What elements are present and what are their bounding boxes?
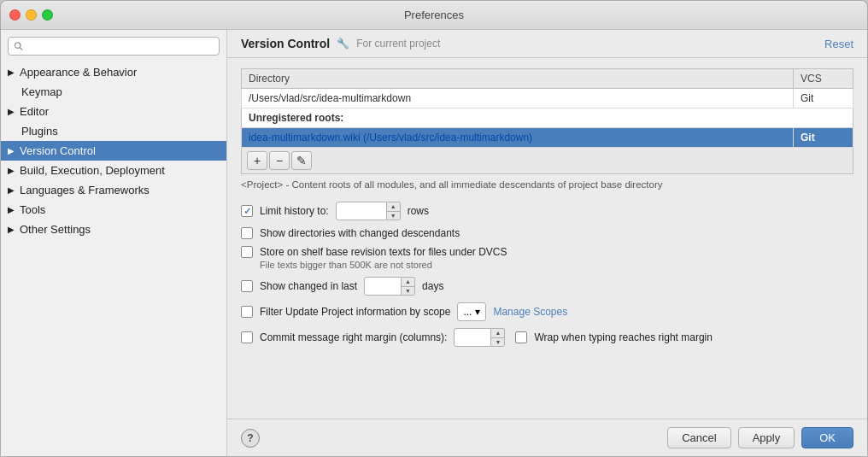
sidebar-item-label: Keymap [21, 85, 62, 98]
preferences-window: Preferences ▶ Appearance & Behavior Keym… [0, 0, 868, 457]
show-changed-last-label: Show changed in last [260, 280, 357, 292]
stepper-down[interactable]: ▼ [402, 287, 414, 296]
show-changed-last-checkbox[interactable] [241, 280, 253, 292]
arrow-icon: ▶ [8, 146, 16, 155]
vcs-toolbar: + − ✎ [241, 148, 853, 174]
show-changed-last-row: Show changed in last 31 ▲ ▼ days [241, 277, 853, 296]
filter-update-row: Filter Update Project information by sco… [241, 302, 853, 321]
show-changed-last-input-group: 31 ▲ ▼ [364, 277, 415, 296]
combo-value: ... [463, 306, 472, 318]
limit-history-stepper: ▲ ▼ [387, 202, 401, 220]
maximize-button[interactable] [42, 9, 53, 21]
limit-history-checkbox[interactable] [241, 205, 253, 217]
combo-arrow: ▾ [475, 306, 480, 318]
sidebar-item-label: Version Control [20, 144, 96, 157]
directory-cell: /Users/vlad/src/idea-multimarkdown [242, 89, 794, 108]
apply-button[interactable]: Apply [738, 427, 795, 448]
table-row[interactable]: idea-multimarkdown.wiki (/Users/vlad/src… [242, 128, 853, 148]
panel-subtitle: For current project [356, 38, 440, 50]
filter-scope-combo[interactable]: ... ▾ [457, 302, 486, 321]
remove-button[interactable]: − [269, 151, 290, 170]
sidebar-item-appearance-behavior[interactable]: ▶ Appearance & Behavior [1, 62, 226, 82]
minimize-button[interactable] [26, 9, 37, 21]
sidebar-item-label: Editor [20, 105, 49, 118]
filter-update-label: Filter Update Project information by sco… [260, 306, 450, 318]
show-directories-checkbox[interactable] [241, 227, 253, 239]
wrap-checkbox[interactable] [515, 331, 527, 343]
help-button[interactable]: ? [241, 429, 260, 448]
sidebar-item-label: Other Settings [20, 223, 91, 236]
stepper-up[interactable]: ▲ [402, 278, 414, 287]
store-shelf-group: Store on shelf base revision texts for f… [241, 246, 853, 270]
sidebar-item-other-settings[interactable]: ▶ Other Settings [1, 220, 226, 239]
sidebar-item-editor[interactable]: ▶ Editor [1, 102, 226, 121]
show-directories-row: Show directories with changed descendant… [241, 227, 853, 239]
svg-line-1 [20, 48, 22, 50]
limit-history-input-group: 1,000 ▲ ▼ [336, 202, 401, 220]
sidebar-item-label: Appearance & Behavior [20, 66, 137, 79]
sidebar-item-label: Build, Execution, Deployment [20, 164, 165, 177]
unregistered-label: Unregistered roots: [241, 108, 853, 127]
reset-button[interactable]: Reset [824, 38, 853, 50]
add-button[interactable]: + [247, 151, 267, 170]
panel-icon: 🔧 [337, 38, 349, 50]
sidebar-item-keymap[interactable]: Keymap [1, 82, 226, 102]
panel-title: Version Control [241, 37, 330, 50]
table-row[interactable]: /Users/vlad/src/idea-multimarkdown Git [242, 89, 853, 108]
ok-button[interactable]: OK [801, 427, 853, 448]
vcs-cell: Git [794, 89, 853, 108]
info-text: <Project> - Content roots of all modules… [241, 174, 853, 195]
commit-margin-input-group: 72 ▲ ▼ [454, 328, 505, 347]
cancel-button[interactable]: Cancel [667, 427, 730, 448]
stepper-up[interactable]: ▲ [387, 202, 400, 212]
main-content: ▶ Appearance & Behavior Keymap ▶ Editor … [1, 30, 867, 456]
sidebar-item-tools[interactable]: ▶ Tools [1, 200, 226, 220]
stepper-down[interactable]: ▼ [491, 338, 504, 347]
vcs-header: VCS [794, 69, 853, 89]
limit-history-row: Limit history to: 1,000 ▲ ▼ rows [241, 202, 853, 220]
store-shelf-row: Store on shelf base revision texts for f… [241, 246, 853, 258]
stepper-up[interactable]: ▲ [491, 329, 504, 338]
sidebar-item-languages-frameworks[interactable]: ▶ Languages & Frameworks [1, 180, 226, 200]
sidebar-item-build-execution[interactable]: ▶ Build, Execution, Deployment [1, 161, 226, 180]
directory-header: Directory [242, 69, 794, 89]
sidebar: ▶ Appearance & Behavior Keymap ▶ Editor … [1, 30, 227, 456]
commit-margin-label: Commit message right margin (columns): [260, 331, 447, 343]
titlebar: Preferences [1, 1, 867, 30]
arrow-icon: ▶ [8, 205, 16, 214]
sidebar-item-label: Languages & Frameworks [20, 184, 150, 196]
sidebar-item-version-control[interactable]: ▶ Version Control [1, 141, 226, 161]
search-input[interactable] [26, 40, 214, 52]
manage-scopes-link[interactable]: Manage Scopes [493, 306, 567, 318]
store-shelf-checkbox[interactable] [241, 246, 253, 258]
filter-update-checkbox[interactable] [241, 306, 253, 318]
search-box[interactable] [8, 37, 220, 56]
show-changed-last-input[interactable]: 31 [364, 277, 402, 296]
commit-margin-row: Commit message right margin (columns): 7… [241, 328, 853, 347]
store-shelf-sublabel: File texts bigger than 500K are not stor… [241, 260, 853, 270]
arrow-icon: ▶ [8, 166, 16, 175]
sidebar-item-plugins[interactable]: Plugins [1, 121, 226, 141]
right-panel: Version Control 🔧 For current project Re… [227, 30, 867, 456]
limit-history-suffix: rows [408, 205, 429, 217]
arrow-icon: ▶ [8, 67, 16, 77]
vcs-cell: Git [794, 128, 853, 148]
settings-section: Limit history to: 1,000 ▲ ▼ rows [241, 202, 853, 347]
bottom-bar: ? Cancel Apply OK [227, 419, 867, 456]
show-directories-label: Show directories with changed descendant… [260, 227, 460, 239]
limit-history-input[interactable]: 1,000 [336, 202, 387, 220]
show-changed-last-stepper: ▲ ▼ [402, 277, 415, 296]
commit-margin-checkbox[interactable] [241, 331, 253, 343]
commit-margin-input[interactable]: 72 [454, 328, 491, 347]
show-changed-last-suffix: days [422, 280, 443, 292]
edit-button[interactable]: ✎ [291, 151, 312, 170]
directory-cell: idea-multimarkdown.wiki (/Users/vlad/src… [242, 128, 794, 148]
window-title: Preferences [404, 9, 464, 21]
close-button[interactable] [9, 9, 21, 21]
store-shelf-label: Store on shelf base revision texts for f… [260, 246, 507, 258]
panel-content: Directory VCS /Users/vlad/src/idea-multi… [227, 58, 867, 419]
action-buttons: Cancel Apply OK [667, 427, 853, 448]
wrap-label: Wrap when typing reaches right margin [534, 331, 713, 343]
stepper-down[interactable]: ▼ [387, 212, 400, 220]
arrow-icon: ▶ [8, 185, 16, 195]
